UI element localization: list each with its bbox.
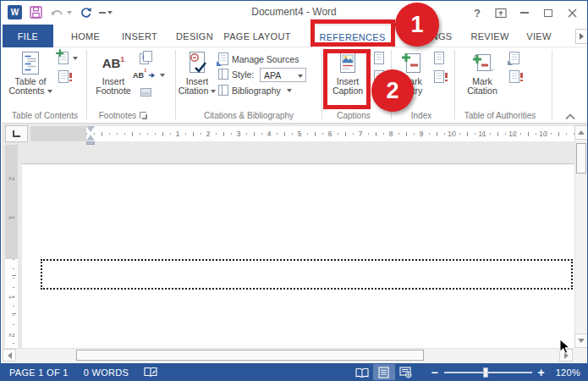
style-icon bbox=[218, 69, 228, 80]
style-dropdown-arrow-icon bbox=[298, 75, 303, 80]
group-label-toc: Table of Contents bbox=[3, 111, 87, 120]
update-toa-button[interactable] bbox=[509, 70, 519, 83]
horizontal-scrollbar-thumb[interactable] bbox=[76, 350, 424, 361]
mark-citation-button[interactable]: Mark Citation bbox=[459, 49, 505, 108]
view-shortcuts bbox=[351, 364, 417, 381]
style-label: Style: bbox=[232, 69, 254, 80]
scroll-up-button[interactable] bbox=[574, 125, 588, 140]
print-layout-button[interactable] bbox=[373, 364, 395, 381]
document-page[interactable] bbox=[22, 163, 574, 348]
exclamation-mark-icon bbox=[69, 73, 72, 81]
hanging-indent-marker[interactable] bbox=[86, 135, 95, 141]
group-separator bbox=[552, 50, 552, 119]
citation-dropdown-arrow-icon bbox=[211, 90, 216, 96]
minimize-button[interactable] bbox=[513, 3, 536, 22]
mouse-cursor bbox=[559, 339, 570, 358]
web-layout-button[interactable] bbox=[395, 364, 417, 381]
read-mode-button[interactable] bbox=[351, 364, 373, 381]
table-of-figures-icon bbox=[374, 52, 384, 64]
empty-text-frame[interactable] bbox=[41, 259, 573, 290]
tab-design[interactable]: DESIGN bbox=[169, 25, 220, 47]
insert-index-button[interactable] bbox=[434, 52, 444, 64]
page-indicator[interactable]: PAGE 1 OF 1 bbox=[9, 367, 69, 378]
insert-footnote-button[interactable]: AB1 Insert Footnote bbox=[91, 49, 136, 108]
proofing-status-button[interactable] bbox=[144, 367, 157, 379]
update-index-icon bbox=[434, 70, 444, 83]
show-notes-icon bbox=[140, 88, 151, 97]
show-notes-button[interactable] bbox=[140, 88, 151, 97]
word-count[interactable]: 0 WORDS bbox=[84, 367, 129, 378]
web-layout-icon bbox=[399, 367, 412, 378]
footnotes-dialog-launcher[interactable] bbox=[140, 112, 146, 119]
maximize-button[interactable] bbox=[536, 3, 560, 22]
close-icon bbox=[568, 8, 577, 18]
zoom-in-button[interactable]: + bbox=[536, 366, 547, 379]
manage-sources-button[interactable]: Manage Sources bbox=[218, 52, 299, 65]
zoom-controls: − + 120% bbox=[429, 366, 580, 379]
vertical-ruler: 2 1 1 2 bbox=[5, 145, 18, 348]
left-tab-icon bbox=[13, 130, 20, 137]
zoom-out-button[interactable]: − bbox=[429, 366, 441, 379]
group-label-captions: Captions bbox=[320, 111, 387, 120]
collapse-ribbon-icon bbox=[564, 113, 576, 120]
update-table-button[interactable] bbox=[58, 70, 69, 83]
scroll-up-icon bbox=[578, 127, 585, 135]
style-combobox[interactable]: APA bbox=[260, 68, 306, 82]
insert-table-of-authorities-button[interactable] bbox=[509, 52, 519, 64]
group-label-citations: Citations & Bibliography bbox=[176, 111, 321, 120]
tab-review[interactable]: REVIEW bbox=[465, 25, 514, 47]
update-toa-icon bbox=[509, 70, 519, 83]
vertical-scrollbar-thumb[interactable] bbox=[576, 143, 586, 174]
table-of-contents-button[interactable]: Table of Contents bbox=[6, 49, 55, 108]
title-bar: W bbox=[1, 1, 587, 25]
fold-mark-icon bbox=[508, 60, 513, 65]
word-window: W bbox=[0, 0, 588, 381]
tab-page-layout[interactable]: PAGE LAYOUT bbox=[222, 25, 293, 47]
next-footnote-dropdown-arrow-icon bbox=[160, 74, 165, 80]
scroll-down-icon bbox=[578, 339, 585, 346]
bibliography-button[interactable]: Bibliography bbox=[218, 85, 292, 96]
insert-endnote-icon: i bbox=[140, 51, 153, 65]
close-button[interactable] bbox=[560, 3, 584, 22]
maximize-icon bbox=[544, 9, 552, 17]
read-mode-icon bbox=[355, 367, 369, 378]
mark-entry-icon bbox=[400, 51, 424, 75]
toc-dropdown-arrow-icon bbox=[47, 90, 52, 96]
tab-home[interactable]: HOME bbox=[62, 25, 109, 47]
table-of-contents-icon bbox=[19, 51, 41, 75]
group-label-toa: Table of Authorities bbox=[455, 111, 545, 120]
tab-insert[interactable]: INSERT bbox=[114, 25, 165, 47]
plus-mark-icon bbox=[56, 49, 63, 57]
insert-citation-button[interactable]: Insert Citation bbox=[177, 49, 217, 108]
more-tabs-arrow-icon bbox=[580, 33, 587, 40]
scroll-left-button[interactable] bbox=[3, 349, 16, 362]
next-footnote-button[interactable]: AB1 bbox=[133, 70, 165, 80]
zoom-level[interactable]: 120% bbox=[556, 367, 580, 378]
tab-stop-selector[interactable] bbox=[5, 125, 28, 142]
scroll-left-icon bbox=[4, 352, 12, 359]
help-button[interactable]: ? bbox=[465, 3, 489, 22]
insert-citation-line2: Citation bbox=[179, 86, 209, 96]
add-text-button[interactable] bbox=[58, 52, 78, 64]
tab-file[interactable]: FILE bbox=[3, 25, 53, 47]
zoom-slider-handle[interactable] bbox=[483, 367, 488, 378]
insert-endnote-button[interactable]: i bbox=[140, 51, 153, 65]
insert-table-of-figures-button[interactable] bbox=[374, 52, 384, 64]
insert-citation-icon bbox=[186, 51, 208, 75]
annotation-box-references bbox=[310, 19, 395, 47]
update-index-button[interactable] bbox=[434, 70, 444, 83]
group-separator bbox=[321, 50, 322, 119]
collapse-ribbon-button[interactable] bbox=[564, 108, 576, 124]
print-layout-icon bbox=[378, 367, 389, 378]
insert-index-icon bbox=[434, 52, 444, 64]
ribbon-display-options-button[interactable] bbox=[489, 3, 513, 22]
scroll-down-button[interactable] bbox=[574, 334, 588, 348]
zoom-slider[interactable] bbox=[444, 372, 532, 373]
bibliography-dropdown-arrow-icon bbox=[287, 89, 292, 95]
help-icon: ? bbox=[474, 7, 481, 19]
group-separator bbox=[86, 50, 87, 119]
tab-view[interactable]: VIEW bbox=[516, 25, 562, 47]
first-line-indent-marker[interactable] bbox=[86, 126, 95, 132]
pointer-cursor-icon bbox=[559, 339, 570, 355]
more-tabs-button[interactable] bbox=[575, 29, 588, 44]
